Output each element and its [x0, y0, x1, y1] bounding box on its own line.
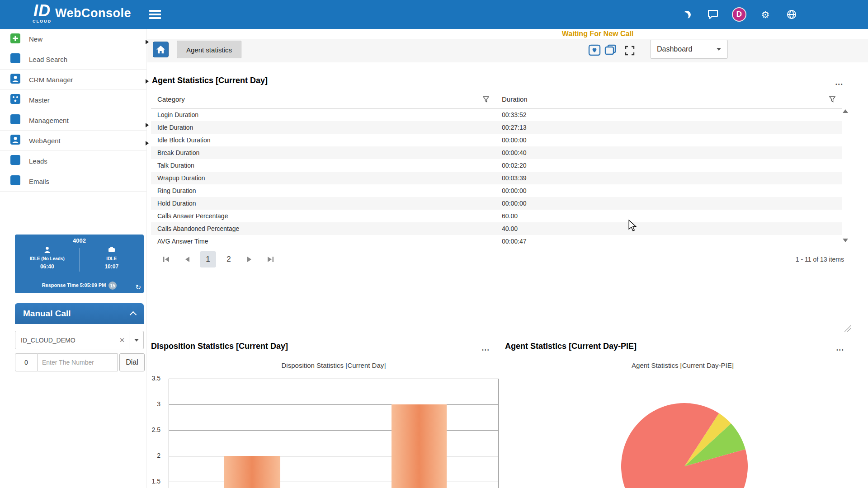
table-cell: 00:03:39: [495, 172, 842, 184]
phone-number-input[interactable]: [38, 353, 118, 371]
sidebar-item-management[interactable]: Management: [0, 110, 146, 131]
home-button[interactable]: [153, 42, 169, 57]
splitter-collapse-arrow[interactable]: [146, 123, 149, 127]
app-name: WebConsole: [55, 6, 131, 20]
chat-icon[interactable]: [705, 7, 721, 22]
campaign-value: ID_CLOUD_DEMO: [15, 337, 115, 344]
manual-call-header[interactable]: Manual Call: [15, 303, 144, 324]
table-cell: Break Duration: [151, 146, 495, 159]
table-row[interactable]: Idle Duration00:27:13: [151, 121, 842, 134]
sidebar-item-label: CRM Manager: [29, 76, 73, 84]
table-row[interactable]: Login Duration00:33:52: [151, 108, 842, 121]
agent-state-left: IDLE (No Leads) 06:40: [15, 246, 80, 270]
phone-state-label: IDLE: [80, 256, 144, 261]
home-icon: [156, 46, 165, 54]
table-cell: Login Duration: [151, 108, 495, 121]
bar-chart-y-axis: 3.532.521.5: [139, 379, 165, 488]
sidebar-item-new[interactable]: New: [0, 29, 146, 49]
table-row[interactable]: Calls Answer Percentage60.00: [151, 210, 842, 222]
table-cell: 00:00:00: [495, 184, 842, 197]
sidebar-item-webagent[interactable]: WebAgent: [0, 131, 146, 151]
table-cell: 00:00:47: [495, 235, 842, 248]
splitter-collapse-arrow[interactable]: [146, 141, 149, 145]
lead-search-icon: [10, 53, 21, 66]
dashboard-view-value: Dashboard: [657, 45, 692, 53]
filter-funnel-icon[interactable]: [483, 96, 489, 104]
agent-person-icon: [44, 246, 51, 253]
table-scrollbar[interactable]: [842, 108, 849, 245]
y-axis-tick: 2: [139, 452, 160, 459]
splitter-collapse-arrow[interactable]: [146, 79, 149, 84]
sidebar-item-label: WebAgent: [29, 137, 61, 145]
agent-status-panel: 4002 IDLE (No Leads) 06:40 IDLE 10:07 Re…: [15, 235, 144, 293]
scroll-down-icon[interactable]: [843, 239, 848, 242]
clear-icon[interactable]: ✕: [115, 336, 129, 344]
table-row[interactable]: Hold Duration00:00:00: [151, 197, 842, 210]
sidebar-item-lead-search[interactable]: Lead Search: [0, 49, 146, 70]
logo-cloud-text: CLOUD: [33, 19, 52, 23]
pie-chart: [617, 399, 752, 488]
sidebar-item-crm-manager[interactable]: CRM Manager: [0, 70, 146, 90]
globe-language-icon[interactable]: [784, 7, 799, 22]
user-avatar[interactable]: D: [731, 7, 747, 22]
next-page-button[interactable]: [241, 251, 258, 267]
y-axis-tick: 3: [139, 400, 160, 408]
last-page-button[interactable]: [262, 251, 278, 267]
filter-funnel-icon[interactable]: [829, 96, 835, 104]
table-cell: 00:27:13: [495, 121, 842, 134]
table-cell: Idle Duration: [151, 121, 495, 134]
table-row[interactable]: Talk Duration00:02:20: [151, 159, 842, 172]
page-number-2[interactable]: 2: [221, 251, 237, 267]
table-row[interactable]: AVG Answer Time00:00:47: [151, 235, 842, 248]
pie-panel-title: Agent Statistics [Current Day-PIE]: [505, 342, 637, 351]
more-options-icon[interactable]: [836, 346, 844, 352]
table-cell: 00:00:00: [495, 197, 842, 210]
table-cell: 00:02:20: [495, 159, 842, 172]
softphone-icon: [108, 246, 116, 253]
agent-statistics-table: Category Duration Login Duration00:33:52…: [151, 90, 842, 248]
agent-state-label: IDLE (No Leads): [15, 256, 80, 261]
prefix-field[interactable]: [15, 353, 38, 371]
table-row[interactable]: Break Duration00:00:40: [151, 146, 842, 159]
table-row[interactable]: Ring Duration00:00:00: [151, 184, 842, 197]
table-cell: Calls Abandoned Percentage: [151, 222, 495, 235]
column-header-duration[interactable]: Duration: [495, 90, 842, 108]
table-row[interactable]: Calls Abandoned Percentage40.00: [151, 222, 842, 235]
table-row[interactable]: Idle Block Duration00:00:00: [151, 134, 842, 146]
sidebar-item-emails[interactable]: Emails: [0, 171, 146, 192]
y-axis-tick: 2.5: [139, 426, 160, 433]
table-cell: Calls Answer Percentage: [151, 210, 495, 222]
dashboard-view-select[interactable]: Dashboard: [650, 40, 728, 59]
table-cell: 00:00:40: [495, 146, 842, 159]
column-header-category[interactable]: Category: [151, 90, 495, 108]
settings-gears-icon[interactable]: ⚙: [758, 7, 773, 22]
campaign-combobox[interactable]: ID_CLOUD_DEMO ✕: [15, 331, 144, 349]
menu-toggle-icon[interactable]: [149, 10, 161, 19]
avatar-initial: D: [732, 7, 746, 22]
more-options-icon[interactable]: [482, 346, 490, 352]
previous-page-button[interactable]: [179, 251, 195, 267]
dark-mode-moon-icon[interactable]: [679, 7, 694, 22]
splitter-collapse-arrow[interactable]: [146, 40, 149, 44]
refresh-icon[interactable]: ↻: [135, 283, 141, 291]
sidebar-item-label: Lead Search: [29, 56, 67, 63]
sidebar-item-master[interactable]: Master: [0, 90, 146, 110]
table-row[interactable]: Wrapup Duration00:03:39: [151, 172, 842, 184]
scroll-up-icon[interactable]: [843, 109, 848, 113]
logo-mark: ID CLOUD: [33, 3, 52, 23]
switch-view-cards-icon[interactable]: [603, 43, 618, 57]
chevron-down-icon: [717, 48, 721, 51]
sidebar-item-leads[interactable]: Leads: [0, 151, 146, 171]
first-page-button[interactable]: [158, 251, 175, 267]
favorite-view-icon[interactable]: [587, 43, 602, 57]
more-options-icon[interactable]: [835, 80, 844, 86]
breadcrumb-tab-agent-statistics[interactable]: Agent statistics: [177, 41, 241, 58]
dial-button[interactable]: Dial: [119, 353, 145, 371]
campaign-dropdown-button[interactable]: [129, 331, 143, 349]
sidebar: New Lead Search CRM Manager Master Manag…: [0, 29, 147, 488]
grid-body: Login Duration00:33:52Idle Duration00:27…: [151, 108, 842, 248]
panel-resize-handle[interactable]: [844, 325, 851, 332]
y-axis-tick: 3.5: [139, 375, 160, 382]
fullscreen-icon[interactable]: [623, 44, 637, 57]
page-number-1[interactable]: 1: [200, 251, 216, 267]
